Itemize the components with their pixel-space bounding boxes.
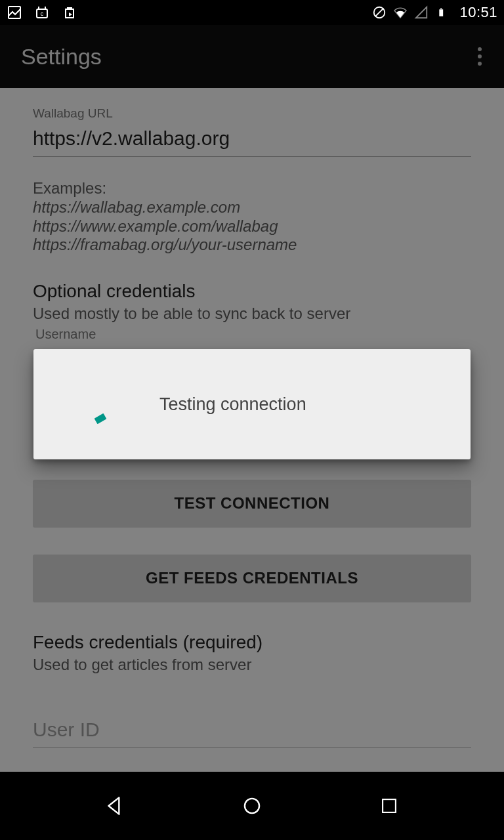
svg-rect-0	[9, 7, 20, 18]
svg-text:c: c	[41, 10, 44, 17]
status-clock: 10:51	[459, 4, 497, 21]
robot-icon: c	[34, 5, 50, 20]
status-bar: c 10:51	[0, 0, 504, 25]
recent-apps-button[interactable]	[374, 791, 404, 821]
cell-signal-icon	[413, 5, 429, 20]
status-left-icons: c	[7, 5, 77, 20]
svg-rect-11	[383, 799, 396, 812]
svg-rect-9	[441, 9, 442, 10]
image-icon	[7, 5, 22, 20]
wifi-icon	[392, 5, 408, 20]
progress-dialog: Testing connection	[33, 349, 471, 459]
back-button[interactable]	[100, 791, 130, 821]
svg-line-7	[375, 9, 384, 17]
battery-icon	[434, 5, 450, 20]
navigation-bar	[0, 772, 504, 840]
svg-rect-8	[440, 9, 444, 16]
dialog-message: Testing connection	[159, 394, 306, 415]
loading-spinner-icon	[91, 385, 129, 423]
svg-marker-5	[69, 12, 72, 16]
home-button[interactable]	[237, 791, 267, 821]
status-right-icons: 10:51	[371, 4, 497, 21]
svg-point-10	[245, 799, 259, 813]
no-icon	[371, 5, 387, 20]
play-store-icon	[62, 5, 77, 20]
